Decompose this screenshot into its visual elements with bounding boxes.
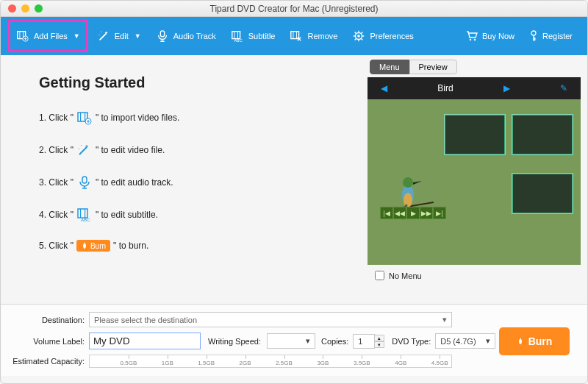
add-files-label: Add Files [34, 32, 68, 40]
skip-forward-button[interactable]: ▶| [433, 207, 446, 219]
flame-icon [81, 241, 88, 250]
destination-label: Destination: [11, 316, 89, 324]
preferences-button[interactable]: Preferences [345, 26, 420, 46]
menu-thumb-2[interactable] [512, 114, 573, 155]
svg-rect-6 [234, 32, 234, 39]
svg-rect-4 [160, 31, 164, 37]
svg-rect-11 [296, 32, 297, 39]
edit-button[interactable]: Edit ▼ [90, 26, 148, 46]
burn-mini-badge: Burn [76, 240, 110, 252]
add-files-button[interactable]: Add Files ▼ [8, 20, 88, 52]
play-button[interactable]: ▶ [406, 207, 420, 219]
skip-back-button[interactable]: |◀ [380, 207, 393, 219]
destination-select[interactable]: Please select the destination ▾ [89, 312, 452, 327]
title-bar: Tipard DVD Creator for Mac (Unregistered… [1, 1, 587, 17]
subtitle-label: Subtitle [248, 32, 276, 40]
svg-text:ABC: ABC [234, 38, 242, 43]
svg-point-14 [470, 39, 471, 40]
tab-menu[interactable]: Menu [370, 60, 409, 74]
subtitle-icon: ABC [231, 29, 244, 43]
preferences-label: Preferences [370, 32, 413, 40]
subtitle-button[interactable]: ABC Subtitle [223, 26, 283, 46]
copies-label: Copies: [321, 337, 348, 346]
dvd-type-select[interactable]: D5 (4.7G)▾ [435, 333, 495, 349]
preview-title: Bird [437, 83, 453, 93]
no-menu-checkbox[interactable] [375, 271, 384, 280]
audio-track-button[interactable]: Audio Track [148, 26, 223, 46]
step-5: 5. Click " Burn " to burn. [39, 240, 350, 252]
step-down-icon[interactable]: ▾ [374, 341, 384, 348]
capacity-ruler: 0.5GB1GB1.5GB2GB2.5GB3GB3.5GB4GB4.5GB [89, 355, 452, 368]
edit-label: Edit [115, 32, 129, 40]
buy-now-button[interactable]: Buy Now [459, 28, 522, 44]
step-up-icon[interactable]: ▴ [374, 335, 384, 341]
svg-point-13 [358, 35, 361, 38]
svg-rect-5 [232, 32, 240, 39]
volume-label-label: Volume Label: [11, 337, 89, 346]
menu-preview: ◀ Bird ▶ ✎ |◀ ◀◀ ▶ ▶▶ ▶| [368, 77, 581, 265]
svg-rect-24 [85, 209, 85, 218]
register-label: Register [542, 32, 573, 40]
svg-point-16 [531, 31, 536, 35]
svg-point-28 [403, 177, 413, 188]
magic-wand-icon [76, 143, 93, 157]
menu-thumb-1[interactable] [444, 114, 506, 155]
step-2: 2. Click " " to edit video file. [39, 143, 350, 157]
svg-point-27 [404, 193, 412, 207]
no-menu-option[interactable]: No Menu [368, 265, 587, 286]
remove-button[interactable]: Remove [282, 26, 345, 46]
svg-rect-1 [20, 32, 21, 39]
next-arrow-icon[interactable]: ▶ [503, 83, 510, 93]
microphone-icon [156, 29, 169, 43]
chevron-down-icon: ▾ [486, 336, 490, 346]
preview-navbar: ◀ Bird ▶ ✎ [368, 77, 581, 99]
remove-icon [290, 29, 303, 43]
burn-button-label: Burn [528, 335, 553, 347]
menu-thumb-3[interactable] [512, 173, 573, 214]
magic-wand-icon [97, 29, 110, 43]
close-window-button[interactable] [8, 4, 16, 13]
rewind-button[interactable]: ◀◀ [393, 207, 406, 219]
dvd-type-label: DVD Type: [392, 337, 431, 346]
svg-rect-7 [237, 32, 238, 39]
copies-stepper[interactable]: ▴▾ [374, 335, 384, 348]
microphone-icon [76, 175, 93, 190]
burn-button[interactable]: Burn [499, 327, 570, 355]
no-menu-label: No Menu [389, 271, 422, 280]
step-3: 3. Click " " to edit audio track. [39, 175, 350, 190]
volume-label-input[interactable] [89, 333, 201, 349]
chevron-down-icon: ▾ [306, 336, 310, 346]
getting-started-panel: Getting Started 1. Click " " to import v… [1, 55, 368, 304]
audio-track-label: Audio Track [173, 32, 216, 40]
chevron-down-icon: ▼ [74, 32, 80, 40]
main-toolbar: Add Files ▼ Edit ▼ Audio Track ABC Subti… [1, 17, 587, 55]
svg-rect-23 [80, 209, 81, 218]
bottom-panel: Destination: Please select the destinati… [1, 304, 587, 376]
gear-icon [352, 29, 365, 43]
remove-label: Remove [307, 32, 337, 40]
copies-input[interactable]: 1 [353, 334, 375, 349]
subtitle-icon: ABC [76, 207, 93, 222]
getting-started-title: Getting Started [39, 74, 350, 91]
tab-preview[interactable]: Preview [409, 60, 457, 74]
svg-text:ABC: ABC [81, 218, 90, 222]
key-icon [529, 30, 538, 42]
step-4: 4. Click " ABC " to edit subtitle. [39, 207, 350, 222]
edit-menu-icon[interactable]: ✎ [560, 83, 567, 93]
playback-controls: |◀ ◀◀ ▶ ▶▶ ▶| [380, 207, 446, 219]
svg-rect-21 [82, 177, 87, 183]
svg-rect-10 [293, 32, 294, 39]
zoom-window-button[interactable] [35, 4, 43, 13]
buy-now-label: Buy Now [482, 32, 514, 40]
minimize-window-button[interactable] [21, 4, 29, 13]
forward-button[interactable]: ▶▶ [420, 207, 433, 219]
window-title: Tipard DVD Creator for Mac (Unregistered… [1, 4, 587, 14]
add-files-icon [76, 110, 93, 125]
svg-point-15 [474, 39, 476, 40]
svg-rect-18 [80, 113, 81, 121]
prev-arrow-icon[interactable]: ◀ [381, 83, 387, 93]
register-button[interactable]: Register [522, 27, 580, 45]
step-1: 1. Click " " to import video files. [39, 110, 350, 125]
capacity-label: Estimated Capacity: [11, 357, 89, 366]
writing-speed-select[interactable]: ▾ [267, 333, 315, 349]
